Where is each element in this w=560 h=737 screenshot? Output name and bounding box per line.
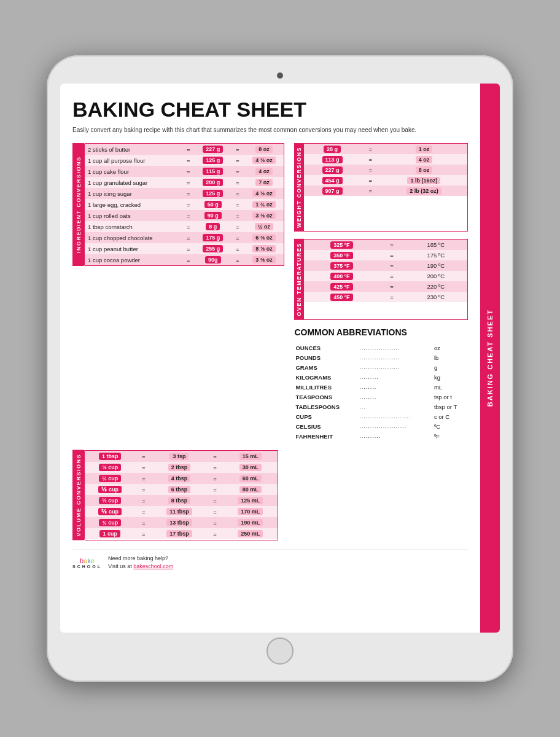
oven-eq: = <box>379 292 405 302</box>
abbrev-row: OUNCES ................... oz <box>295 343 467 352</box>
ingredient-name: 1 cup cocoa powder <box>85 254 182 265</box>
ingredient-eq2: = <box>231 188 244 199</box>
abbrev-word: CELSIUS <box>295 422 358 431</box>
ingredient-eq: = <box>182 254 195 265</box>
oven-row: 400 ºF = 200 ºC <box>304 271 467 281</box>
abbrev-dots: ........................ <box>359 412 433 421</box>
ingredient-name: 1 cup chopped chocolate <box>85 232 182 243</box>
weight-oz: 2 lb (32 oz) <box>381 185 467 196</box>
ingredient-g: 115 g <box>195 166 231 177</box>
footer-link[interactable]: bakeschool.com <box>133 563 173 569</box>
ingredient-label: INGREDIENT CONVERSIONS <box>72 143 85 266</box>
ingredient-eq: = <box>182 166 195 177</box>
ingredient-row: 1 tbsp cornstarch = 8 g = ¼ oz <box>85 221 284 232</box>
volume-b: 13 tbsp <box>152 517 206 528</box>
volume-eq2: = <box>207 451 224 462</box>
ingredient-eq: = <box>182 177 195 188</box>
weight-g: 227 g <box>304 165 360 175</box>
weight-eq: = <box>360 154 381 165</box>
footer: bake SCHOOL Need more baking help? Visit… <box>72 549 468 571</box>
abbrev-dots: ................... <box>359 363 433 372</box>
abbrev-title: COMMON ABBREVIATIONS <box>294 327 468 337</box>
abbrev-row: KILOGRAMS ......... kg <box>295 373 467 381</box>
oven-eq: = <box>379 250 405 260</box>
oven-c: 200 ºC <box>405 271 467 281</box>
ingredient-g: 90g <box>195 254 231 265</box>
ingredient-oz: 8 ⅞ oz <box>244 243 284 254</box>
help-text: Need more baking help? <box>108 555 168 561</box>
volume-eq1: = <box>135 517 152 528</box>
right-column: WEIGHT CONVERSIONS 28 g = 1 oz 113 g = 4… <box>294 143 468 442</box>
volume-a: ¼ cup <box>85 473 135 484</box>
tablet-home-button[interactable] <box>266 638 294 665</box>
volume-eq2: = <box>207 495 224 506</box>
oven-eq: = <box>379 271 405 281</box>
right-sidebar: Baking Cheat Sheet <box>480 84 500 633</box>
abbrev-value: tsp or t <box>434 392 467 401</box>
weight-eq: = <box>360 185 381 196</box>
volume-a: ⅛ cup <box>85 462 135 473</box>
abbrev-word: FAHRENHEIT <box>295 432 358 440</box>
ingredient-name: 1 cup peanut butter <box>85 243 182 254</box>
ingredient-name: 1 cup rolled oats <box>85 210 182 221</box>
oven-f: 350 ºF <box>304 250 379 260</box>
ingredient-eq2: = <box>231 221 244 232</box>
volume-c: 190 mL <box>223 517 277 528</box>
ingredient-eq: = <box>182 188 195 199</box>
oven-f: 450 ºF <box>304 292 379 302</box>
ingredient-oz: 4 ⅜ oz <box>244 155 284 166</box>
ingredient-name: 1 large egg, cracked <box>85 199 182 210</box>
abbrev-dots: ...................... <box>359 422 433 431</box>
oven-c: 230 ºC <box>405 292 467 302</box>
ingredient-row: 1 cup cake flour = 115 g = 4 oz <box>85 166 284 177</box>
oven-eq: = <box>379 281 405 292</box>
weight-oz: 1 lb (16oz) <box>381 175 467 185</box>
volume-b: 4 tbsp <box>152 473 206 484</box>
volume-c: 125 mL <box>223 495 277 506</box>
volume-b: 2 tbsp <box>152 462 206 473</box>
abbrev-word: TEASPOONS <box>295 392 358 401</box>
abbrev-row: CUPS ........................ c or C <box>295 412 467 421</box>
abbrev-value: mL <box>434 383 467 391</box>
ingredient-g: 227 g <box>195 144 231 155</box>
oven-table: 325 ºF = 165 ºC 350 ºF = 175 ºC 375 ºF =… <box>304 239 468 320</box>
abbrev-dots: ........ <box>359 383 433 391</box>
ingredient-g: 50 g <box>195 199 231 210</box>
volume-c: 15 mL <box>223 451 277 462</box>
oven-label: OVEN TEMERATURES <box>294 239 304 320</box>
logo: bake SCHOOL <box>72 557 102 569</box>
abbrev-word: TABLESPOONS <box>295 402 358 411</box>
volume-row: ⅔ cup = 11 tbsp = 170 mL <box>85 506 278 517</box>
volume-row: ¼ cup = 4 tbsp = 60 mL <box>85 473 278 484</box>
weight-row: 227 g = 8 oz <box>304 165 467 175</box>
volume-row: ⅛ cup = 2 tbsp = 30 mL <box>85 462 278 473</box>
volume-row: ½ cup = 8 tbsp = 125 mL <box>85 495 278 506</box>
weight-section: WEIGHT CONVERSIONS 28 g = 1 oz 113 g = 4… <box>294 143 468 232</box>
oven-c: 175 ºC <box>405 250 467 260</box>
abbrev-row: CELSIUS ...................... ºC <box>295 422 467 431</box>
ingredient-g: 125 g <box>195 188 231 199</box>
abbrev-word: GRAMS <box>295 363 358 372</box>
ingredient-row: 1 cup rolled oats = 90 g = 3 ⅛ oz <box>85 210 284 221</box>
ingredient-section: INGREDIENT CONVERSIONS 2 sticks of butte… <box>72 143 284 266</box>
ingredient-eq: = <box>182 199 195 210</box>
ingredient-oz: 4 oz <box>244 166 284 177</box>
abbrev-row: FAHRENHEIT .......... ºF <box>295 432 467 440</box>
volume-eq1: = <box>135 462 152 473</box>
oven-eq: = <box>379 240 405 250</box>
volume-c: 30 mL <box>223 462 277 473</box>
abbrev-word: POUNDS <box>295 353 358 362</box>
ingredient-eq: = <box>182 221 195 232</box>
volume-section: VOLUME CONVERSIONS 1 tbsp = 3 tsp = 15 m… <box>72 450 468 540</box>
ingredient-eq2: = <box>231 243 244 254</box>
ingredient-g: 175 g <box>195 232 231 243</box>
weight-g: 907 g <box>304 185 360 196</box>
ingredient-oz: ¼ oz <box>244 221 284 232</box>
ingredient-eq2: = <box>231 254 244 265</box>
weight-g: 113 g <box>304 154 360 165</box>
volume-b: 8 tbsp <box>152 495 206 506</box>
abbrev-dots: ......... <box>359 373 433 381</box>
volume-c: 80 mL <box>223 484 277 495</box>
ingredient-g: 200 g <box>195 177 231 188</box>
oven-f: 325 ºF <box>304 240 379 250</box>
